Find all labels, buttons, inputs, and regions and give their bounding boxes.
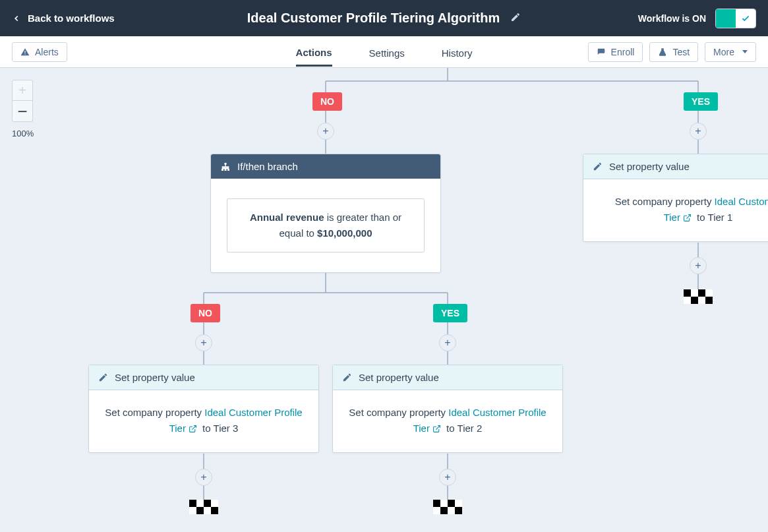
sitemap-icon [220, 162, 231, 172]
tab-actions[interactable]: Actions [296, 38, 332, 67]
back-label: Back to workflows [28, 13, 115, 24]
card-body: Set company property Ideal Customer Tier… [583, 179, 768, 241]
svg-rect-14 [227, 169, 229, 171]
external-link-icon [683, 214, 692, 222]
more-label: More [713, 47, 734, 57]
add-action-button[interactable]: + [690, 123, 707, 140]
card-title: Set property value [609, 161, 690, 172]
card-title: Set property value [115, 372, 195, 383]
end-flag-icon [189, 500, 218, 514]
connectors [0, 68, 768, 532]
card-body: Set company property Ideal Customer Prof… [89, 390, 318, 452]
branch-label-yes: YES [433, 304, 467, 322]
branch-card-title: If/then branch [237, 161, 298, 172]
more-button[interactable]: More [705, 42, 756, 62]
pencil-icon [510, 12, 521, 22]
if-then-branch-card[interactable]: If/then branch Annual revenue is greater… [210, 154, 441, 273]
set-property-card-tier3[interactable]: Set property value Set company property … [88, 365, 319, 453]
workflow-status-label: Workflow is ON [638, 13, 706, 24]
enroll-icon [597, 47, 606, 57]
toggle-off-half [736, 9, 755, 28]
add-action-button[interactable]: + [690, 257, 707, 274]
edit-icon [593, 162, 603, 171]
add-action-button[interactable]: + [195, 469, 212, 486]
svg-line-17 [686, 215, 690, 219]
test-button[interactable]: Test [649, 42, 698, 62]
external-link-icon [189, 425, 197, 433]
checkmark-icon [741, 14, 750, 23]
add-action-button[interactable]: + [317, 123, 334, 140]
svg-rect-11 [225, 163, 227, 165]
branch-label-no: NO [191, 304, 220, 322]
back-to-workflows-link[interactable]: Back to workflows [12, 13, 115, 24]
enroll-button[interactable]: Enroll [588, 42, 643, 62]
chevron-left-icon [12, 14, 21, 23]
tab-settings[interactable]: Settings [369, 38, 405, 67]
edit-icon [342, 372, 352, 382]
workflow-canvas[interactable]: + − 100% NO YES + + If/then br [0, 68, 768, 532]
svg-rect-13 [225, 169, 227, 171]
add-action-button[interactable]: + [439, 334, 456, 351]
tab-history[interactable]: History [442, 38, 473, 67]
set-property-card-tier1[interactable]: Set property value Set company property … [583, 154, 768, 242]
chevron-down-icon [742, 50, 748, 53]
top-bar: Back to workflows Ideal Customer Profile… [0, 0, 768, 36]
svg-rect-12 [222, 169, 223, 171]
edit-title-button[interactable] [510, 12, 521, 25]
card-body: Set company property Ideal Customer Prof… [333, 390, 562, 452]
branch-label-yes: YES [684, 92, 718, 111]
end-flag-icon [684, 289, 713, 304]
alert-icon [20, 47, 30, 57]
workflow-toggle[interactable] [715, 9, 756, 28]
enroll-label: Enroll [611, 47, 635, 57]
set-property-card-tier2[interactable]: Set property value Set company property … [332, 365, 563, 453]
workflow-title: Ideal Customer Profile Tiering Algorithm [247, 11, 500, 26]
toggle-on-half [716, 9, 736, 28]
add-action-button[interactable]: + [195, 334, 212, 351]
end-flag-icon [433, 500, 462, 514]
svg-line-15 [192, 426, 196, 430]
toolbar: Alerts Actions Settings History Enroll T… [0, 36, 768, 68]
add-action-button[interactable]: + [439, 469, 456, 486]
branch-condition: Annual revenue is greater than or equal … [227, 198, 425, 252]
alerts-button[interactable]: Alerts [12, 42, 67, 62]
svg-line-16 [436, 426, 440, 430]
external-link-icon [432, 425, 441, 433]
card-title: Set property value [359, 372, 439, 383]
edit-icon [98, 372, 108, 382]
test-icon [658, 47, 667, 57]
alerts-label: Alerts [35, 47, 59, 57]
branch-label-no: NO [312, 92, 342, 111]
test-label: Test [672, 47, 690, 57]
